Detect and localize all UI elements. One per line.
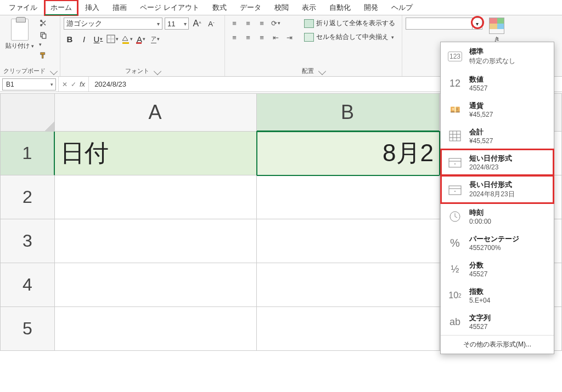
format-long-date[interactable]: 長い日付形式2024年8月23日 (441, 175, 554, 203)
format-fraction[interactable]: ½分数45527 (441, 256, 554, 282)
cell-b4[interactable] (257, 263, 440, 307)
menu-bar: ファイル ホーム 挿入 描画 ページ レイアウト 数式 データ 校閲 表示 自動… (0, 0, 562, 15)
menu-insert[interactable]: 挿入 (80, 1, 105, 15)
cancel-formula-button[interactable]: ✕ (62, 81, 68, 88)
clipboard-dialog-launcher[interactable] (50, 67, 58, 75)
menu-developer[interactable]: 開発 (358, 1, 384, 15)
row-header-3[interactable]: 3 (0, 219, 55, 263)
short-date-icon (446, 155, 464, 170)
svg-point-12 (454, 163, 456, 164)
menu-review[interactable]: 校閲 (269, 1, 294, 15)
long-date-icon (446, 182, 464, 197)
name-box[interactable]: B1 (2, 78, 56, 90)
align-middle-button[interactable]: ≡ (242, 18, 254, 29)
cell-b3[interactable] (257, 219, 440, 263)
align-top-button[interactable]: ≡ (228, 18, 240, 29)
column-header-a[interactable]: A (55, 93, 257, 132)
format-currency[interactable]: 💴通貨¥45,527 (441, 96, 554, 123)
row-header-1[interactable]: 1 (0, 132, 55, 175)
fill-color-button[interactable]: ▾ (121, 33, 133, 45)
wrap-text-icon (304, 19, 314, 28)
decrease-indent-button[interactable]: ⇤ (269, 32, 282, 43)
text-icon: ab (446, 314, 464, 329)
increase-indent-button[interactable]: ⇥ (283, 32, 295, 43)
cell-b1[interactable]: 8月2 (257, 132, 440, 175)
row-header-4[interactable]: 4 (0, 263, 55, 307)
number-format-dropdown-button[interactable]: ▾ (472, 18, 482, 29)
clipboard-group: 貼り付け▾ ▾ クリップボード (0, 15, 60, 76)
menu-file[interactable]: ファイル (3, 1, 43, 15)
menu-automate[interactable]: 自動化 (324, 1, 356, 15)
wrap-text-button[interactable]: 折り返して全体を表示する (304, 19, 395, 28)
svg-rect-1 (42, 34, 46, 38)
align-right-button[interactable]: ≡ (256, 32, 268, 43)
menu-help[interactable]: ヘルプ (386, 1, 418, 15)
column-header-b[interactable]: B (257, 93, 440, 132)
enter-formula-button[interactable]: ✓ (71, 81, 76, 88)
align-bottom-button[interactable]: ≡ (256, 18, 268, 29)
format-percentage[interactable]: %パーセンテージ4552700% (441, 230, 554, 256)
format-general-title: 標準 (469, 47, 515, 56)
menu-formulas[interactable]: 数式 (207, 1, 232, 15)
increase-font-button[interactable]: A^ (191, 18, 203, 30)
clipboard-group-label: クリップボード (3, 67, 46, 75)
format-painter-button[interactable] (38, 51, 48, 60)
select-all-button[interactable] (0, 93, 55, 132)
merge-icon (304, 33, 314, 42)
format-number[interactable]: 12数値45527 (441, 70, 554, 96)
percentage-icon: % (446, 235, 464, 251)
format-general[interactable]: 123標準特定の形式なし (441, 42, 554, 70)
align-left-button[interactable]: ≡ (228, 32, 240, 43)
number-format-combo[interactable]: ▾ (406, 18, 482, 30)
bold-button[interactable]: B (64, 33, 76, 45)
format-scientific[interactable]: 102指数5.E+04 (441, 282, 554, 309)
menu-page-layout[interactable]: ページ レイアウト (134, 1, 205, 15)
menu-view[interactable]: 表示 (296, 1, 322, 15)
underline-button[interactable]: U▾ (92, 33, 104, 45)
svg-rect-5 (449, 131, 460, 141)
decrease-font-button[interactable]: Aˇ (205, 18, 217, 30)
font-size-select[interactable]: 11 (165, 18, 189, 30)
format-short-date[interactable]: 短い日付形式2024/8/23 (441, 149, 554, 175)
paste-button[interactable]: 貼り付け▾ (3, 18, 36, 51)
format-general-sample: 特定の形式なし (469, 56, 515, 66)
menu-data[interactable]: データ (234, 1, 267, 15)
font-group: 游ゴシック 11 A^ Aˇ B I U▾ ▾ ▾ A▾ ア▾ フォント (60, 15, 225, 76)
menu-home[interactable]: ホーム (45, 1, 77, 15)
align-center-button[interactable]: ≡ (242, 32, 254, 43)
font-color-button[interactable]: A▾ (135, 33, 147, 45)
format-time[interactable]: 時刻0:00:00 (441, 203, 554, 230)
svg-rect-13 (449, 186, 461, 195)
format-time-title: 時刻 (469, 208, 491, 218)
format-number-sample: 45527 (469, 84, 487, 92)
format-accounting-sample: ¥45,527 (469, 137, 493, 145)
alignment-dialog-launcher[interactable] (318, 67, 326, 75)
borders-button[interactable]: ▾ (106, 33, 119, 45)
cell-a4[interactable] (55, 263, 257, 307)
ruby-button[interactable]: ア▾ (149, 33, 161, 45)
fraction-icon: ½ (446, 262, 464, 277)
conditional-formatting-icon[interactable] (489, 18, 504, 34)
cell-a1[interactable]: 日付 (55, 132, 257, 175)
row-header-2[interactable]: 2 (0, 175, 55, 219)
orientation-button[interactable]: ⟳▾ (269, 18, 282, 29)
menu-draw[interactable]: 描画 (107, 1, 132, 15)
font-name-select[interactable]: 游ゴシック (64, 18, 162, 30)
cut-button[interactable] (38, 19, 48, 27)
copy-button[interactable]: ▾ (38, 31, 48, 48)
cell-a2[interactable] (55, 175, 257, 219)
fx-icon[interactable]: fx (80, 80, 85, 88)
paste-label: 貼り付け (5, 42, 30, 50)
row-header-5[interactable]: 5 (0, 307, 55, 351)
cell-a3[interactable] (55, 219, 257, 263)
format-accounting[interactable]: 会計¥45,527 (441, 123, 554, 149)
cell-b2[interactable] (257, 175, 440, 219)
merge-center-button[interactable]: セルを結合して中央揃え▾ (304, 32, 395, 42)
italic-button[interactable]: I (78, 33, 90, 45)
font-dialog-launcher[interactable] (153, 67, 161, 75)
cell-b5[interactable] (257, 307, 440, 351)
format-text[interactable]: ab文字列45527 (441, 309, 554, 335)
format-short-date-title: 短い日付形式 (469, 154, 512, 163)
more-number-formats[interactable]: その他の表示形式(M)... (441, 335, 554, 354)
cell-a5[interactable] (55, 307, 257, 351)
